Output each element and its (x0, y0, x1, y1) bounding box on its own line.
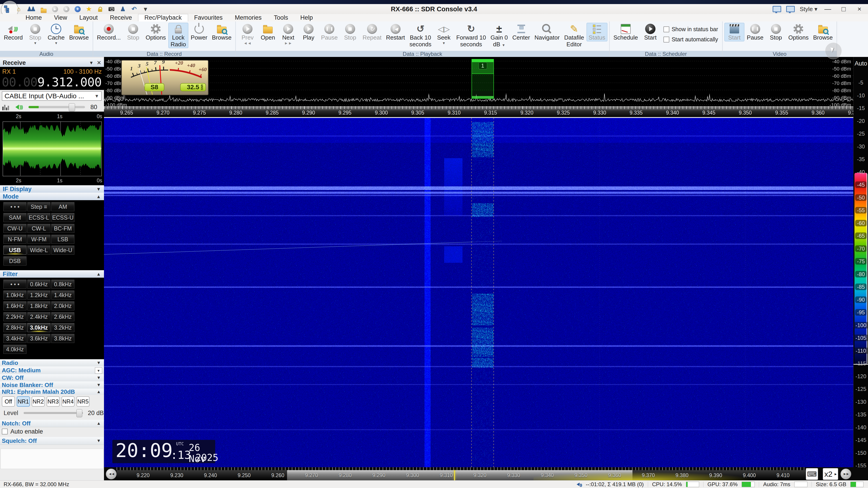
mode-bc-fm[interactable]: BC-FM (51, 224, 74, 233)
checkbox-show-in-status-bar[interactable]: Show in status bar (663, 26, 718, 33)
chevron-down-icon[interactable]: ▼ (96, 383, 104, 387)
menu-tools[interactable]: Tools (268, 14, 294, 22)
stop-icon[interactable]: ■ (63, 5, 70, 13)
agc-combo-button[interactable]: ▼ (95, 367, 102, 374)
repeat-button[interactable]: ↻Repeat (361, 23, 383, 41)
section-if-display[interactable]: IF Display▼ (0, 185, 104, 193)
power-button[interactable]: Power (189, 23, 210, 41)
mode-usb[interactable]: USB (3, 246, 26, 255)
filter-2.8khz[interactable]: 2.8kHz (3, 323, 26, 332)
checkbox-start-automatically[interactable]: Start automatically (663, 36, 718, 43)
start-button[interactable]: Start (640, 23, 660, 41)
nr-button-nr3[interactable]: NR3 (46, 396, 60, 407)
menu-layout[interactable]: Layout (73, 14, 104, 22)
menu-view[interactable]: View (48, 14, 73, 22)
spectrum-display[interactable]: -40 dBm-50 dBm-60 dBm-70 dBm-80 dBm-90 d… (104, 57, 853, 106)
scheduler-entry-badge[interactable]: 1 (478, 62, 487, 69)
filter-2.0khz[interactable]: 2.0kHz (51, 301, 74, 311)
nr-level-slider[interactable] (24, 412, 83, 414)
filter-1.0khz[interactable]: 1.0kHz (3, 291, 26, 300)
menu-help[interactable]: Help (294, 14, 319, 22)
chevron-up-icon[interactable]: ▲ (96, 271, 104, 277)
chevron-up-icon[interactable]: ▲ (96, 421, 104, 426)
display-1-icon[interactable] (773, 6, 781, 12)
chevron-down-icon[interactable]: ▼ (96, 360, 104, 365)
zoom-control[interactable]: x2 ▸ (823, 468, 838, 480)
volume-slider[interactable] (29, 106, 85, 108)
section-cw[interactable]: CW: Off▼ (0, 374, 104, 382)
mode-wide-u[interactable]: Wide-U (51, 246, 74, 255)
forward-10-seconds-button[interactable]: ↻Forward 10seconds (454, 23, 488, 48)
equalizer-icon[interactable] (2, 104, 9, 110)
toolbar-more-icon[interactable]: ▾ (142, 5, 149, 13)
chevron-down-icon[interactable]: ▼ (96, 438, 104, 443)
filter-2.4khz[interactable]: 2.4kHz (27, 312, 51, 321)
auto-enable-checkbox[interactable] (2, 429, 8, 434)
options-button[interactable]: Options (144, 23, 168, 41)
stop-button[interactable]: Stop▼ (25, 23, 45, 45)
stop-button[interactable]: Stop (766, 23, 786, 41)
mode-wide-l[interactable]: Wide-L (27, 246, 51, 255)
waterfall-display[interactable]: 20:09 :13 UTC 26 Nov 2025 (104, 118, 853, 467)
record-button[interactable]: )))Record (2, 23, 25, 41)
menu-favourites[interactable]: Favourites (188, 14, 229, 22)
filter--[interactable]: • • • (3, 280, 26, 289)
browse-button[interactable]: Browse (67, 23, 91, 41)
nav-forward-button[interactable]: ►► (840, 468, 851, 480)
title-bar[interactable]: ⌂♟♟▶■+★♟↶▾ RX-666 :: SDR Console v3.4 St… (0, 4, 868, 14)
next-button[interactable]: Next►► (278, 23, 298, 46)
chevron-up-icon[interactable]: ▲ (96, 389, 104, 394)
mode-w-fm[interactable]: W-FM (27, 235, 51, 244)
filter-1.2khz[interactable]: 1.2kHz (27, 291, 51, 300)
band-navigation-bar[interactable]: ◄◄ 9.2209.2309.2409.2509.2609.2709.2809.… (104, 467, 868, 480)
lock-icon[interactable] (97, 5, 103, 13)
mode-sam[interactable]: SAM (3, 213, 26, 222)
users-icon[interactable]: ♟♟ (27, 5, 36, 13)
section-notch[interactable]: Notch: Off▲ (0, 420, 104, 427)
filter-1.8khz[interactable]: 1.8kHz (27, 301, 51, 311)
section-filter[interactable]: Filter▲ (0, 270, 104, 278)
section-agc[interactable]: AGC: Medium ▼ (0, 366, 104, 375)
chevron-up-icon[interactable]: ▲ (96, 194, 104, 199)
gain-0-db-button[interactable]: ±Gain 0dB ▼ (489, 23, 510, 48)
mode-dsb[interactable]: DSB (3, 256, 26, 265)
stop-button[interactable]: Stop (340, 23, 360, 41)
start-button[interactable]: Start (724, 23, 744, 41)
filter-0.6khz[interactable]: 0.6kHz (27, 280, 51, 289)
options-button[interactable]: Options (786, 23, 811, 41)
minimize-button[interactable]: — (822, 5, 833, 13)
browse-button[interactable]: Browse (210, 23, 234, 41)
folder-icon[interactable] (40, 5, 47, 13)
nr-button-off[interactable]: Off (2, 396, 15, 407)
nr-button-nr4[interactable]: NR4 (61, 396, 74, 407)
section-radio[interactable]: Radio▼ (0, 359, 104, 367)
auto-range-label[interactable]: Auto (854, 60, 868, 67)
stop-button[interactable]: Stop (123, 23, 143, 41)
section-noise-blanker[interactable]: Noise Blanker: Off▼ (0, 381, 104, 389)
scheduler-selection-band[interactable]: 1 (471, 59, 494, 99)
keyboard-entry-button[interactable]: ⌨ (806, 468, 818, 480)
mode-ecss-u[interactable]: ECSS-U (51, 213, 74, 222)
nr-level-slider-thumb[interactable] (76, 409, 82, 417)
status-button[interactable]: Status (587, 23, 608, 41)
play-icon[interactable]: ▶ (52, 5, 58, 13)
mode-cw-l[interactable]: CW-L (27, 224, 51, 233)
pause-button[interactable]: Pause (745, 23, 766, 41)
schedule-button[interactable]: Schedule (612, 23, 640, 41)
audio-device-select[interactable]: CABLE Input (VB-Audio ... ▼ (2, 91, 102, 101)
back-10-seconds-button[interactable]: ↺Back 10seconds (408, 23, 434, 48)
lock-radio-button[interactable]: LockRadio (168, 23, 188, 48)
mode-n-fm[interactable]: N-FM (3, 235, 26, 244)
menu-receive[interactable]: Receive (104, 14, 138, 22)
nav-frequency-band[interactable]: 9.2209.2309.2409.2509.2609.2709.2809.290… (117, 470, 806, 480)
style-menu[interactable]: Style ▾ (800, 6, 817, 13)
panel-collapse-icon[interactable]: ▼ (89, 60, 97, 66)
seek-button[interactable]: ◁▷Seek▼ (434, 23, 454, 45)
mode-lsb[interactable]: LSB (51, 235, 74, 244)
mode-cw-u[interactable]: CW-U (3, 224, 26, 233)
filter-4.0khz[interactable]: 4.0kHz (3, 345, 26, 354)
section-squelch[interactable]: Squelch: Off▼ (0, 437, 104, 445)
mode-step-[interactable]: Step ≡ (27, 202, 51, 211)
restart-button[interactable]: |◀Restart (384, 23, 407, 41)
speaker-icon[interactable] (16, 105, 19, 109)
